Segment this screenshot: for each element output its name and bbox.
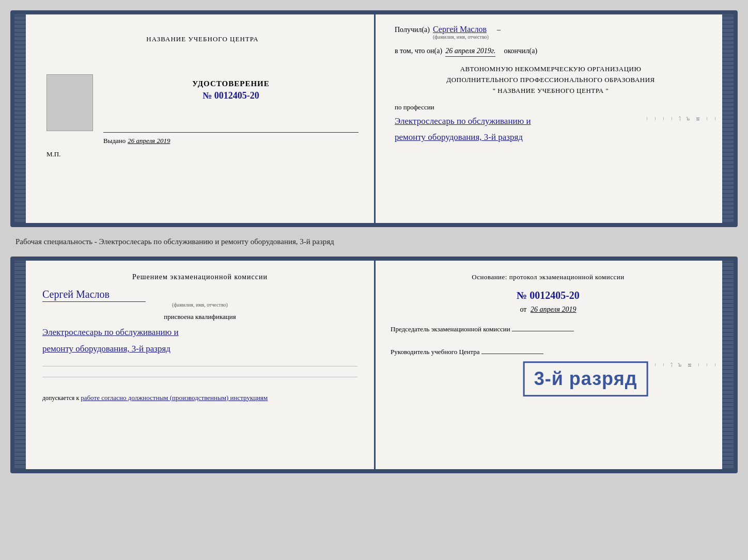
name-handwritten: Сергей Маслов <box>42 289 357 300</box>
doc2-left-page: Решением экзаменационной комиссии Сергей… <box>26 261 374 469</box>
name-block-2: Сергей Маслов (фамилия, имя, отчество) <box>42 289 357 308</box>
ot-label: от <box>520 306 527 313</box>
resheniem-title: Решением экзаменационной комиссии <box>42 273 357 281</box>
stamp: 3-й разряд <box>523 361 648 396</box>
qual-handwritten: Электрослесарь по обслуживанию и ремонту… <box>42 324 357 358</box>
poluchil-name-block: Сергей Маслов (фамилия, имя, отчество) <box>433 25 489 40</box>
vydano-date: 26 апреля 2019 <box>128 137 170 145</box>
vtom-date: 26 апреля 2019г. <box>445 47 495 57</box>
fio-sublabel-1: (фамилия, имя, отчество) <box>433 34 489 40</box>
right-dashes: – – и ,а ‹– – – – – <box>645 25 719 213</box>
prisvoyena-label: присвоена квалификация <box>42 313 357 321</box>
mp-label: М.П. <box>46 150 359 158</box>
predsedatel-label: Председатель экзаменационной комиссии <box>391 325 510 333</box>
dopuskaetsya-block: допускается к работе согласно должностны… <box>42 393 357 404</box>
binding-right-1 <box>722 14 734 223</box>
binding-right-2 <box>722 261 734 469</box>
vydano-block: Выдано 26 апреля 2019 <box>103 132 359 145</box>
predsedatel-sign <box>512 331 574 331</box>
doc1-left-content: УДОСТОВЕРЕНИЕ № 0012405-20 Выдано 26 апр… <box>46 59 359 145</box>
binding-left-2 <box>14 261 26 469</box>
doc2-right-page: Основание: протокол экзаменационной коми… <box>374 261 722 469</box>
doc1-left-page: НАЗВАНИЕ УЧЕБНОГО ЦЕНТРА УДОСТОВЕРЕНИЕ №… <box>26 14 379 223</box>
vydano-label: Выдано <box>103 137 126 145</box>
between-label: Рабочая специальность - Электрослесарь п… <box>10 236 738 247</box>
binding-left-1 <box>14 14 26 223</box>
dopuskaetsya-text: работе согласно должностным (производств… <box>81 394 268 402</box>
doc1-right-page: Получил(а) Сергей Маслов (фамилия, имя, … <box>379 14 722 223</box>
page-wrapper: НАЗВАНИЕ УЧЕБНОГО ЦЕНТРА УДОСТОВЕРЕНИЕ №… <box>10 10 738 473</box>
right-dashes-2: – – – и ,а ‹– – – – <box>645 271 719 459</box>
okonchil-label: окончил(а) <box>504 47 537 55</box>
sign-lines-block <box>42 366 357 377</box>
document-2: Решением экзаменационной комиссии Сергей… <box>10 257 738 473</box>
dopuskaetsya-prefix: допускается к <box>42 394 79 402</box>
document-1: НАЗВАНИЕ УЧЕБНОГО ЦЕНТРА УДОСТОВЕРЕНИЕ №… <box>10 10 738 227</box>
rukovoditel-sign <box>481 354 543 354</box>
ot-date-val: 26 апреля 2019 <box>531 306 576 313</box>
doc1-center-title: НАЗВАНИЕ УЧЕБНОГО ЦЕНТРА <box>46 35 359 43</box>
dash-1: – <box>497 26 501 34</box>
udostoverenie-block: УДОСТОВЕРЕНИЕ № 0012405-20 <box>103 79 359 101</box>
rukovoditel-label: Руководитель учебного Центра <box>391 348 480 356</box>
poluchil-name: Сергей Маслов <box>433 25 487 34</box>
fio-sublabel-2: (фамилия, имя, отчество) <box>42 302 357 308</box>
udostoverenie-label: УДОСТОВЕРЕНИЕ <box>103 79 359 88</box>
poluchil-label: Получил(а) <box>395 26 430 34</box>
udostoverenie-num: № 0012405-20 <box>103 90 359 101</box>
udost-col: УДОСТОВЕРЕНИЕ № 0012405-20 Выдано 26 апр… <box>103 59 359 145</box>
photo-placeholder <box>46 74 93 131</box>
vtom-label: в том, что он(а) <box>395 47 442 55</box>
